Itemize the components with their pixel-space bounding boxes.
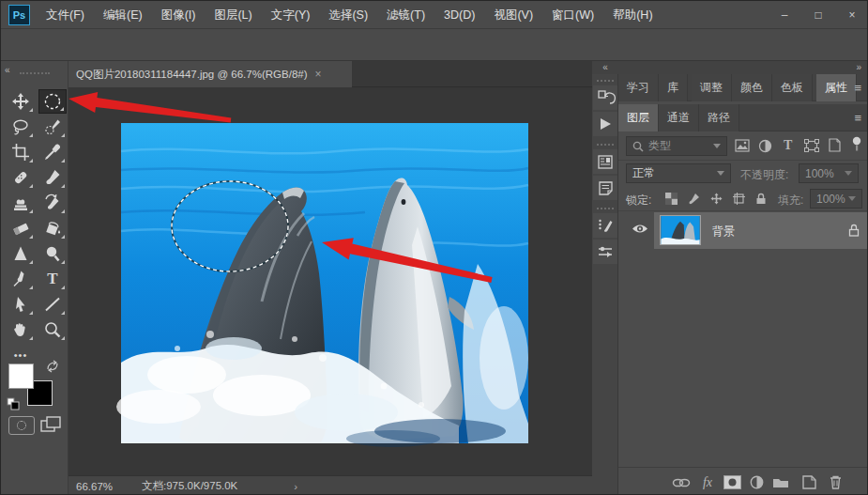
type-layer-filter-icon[interactable]: T [784, 138, 792, 153]
shape-layer-filter-icon[interactable] [804, 139, 819, 152]
clone-stamp-tool[interactable] [7, 191, 35, 215]
add-layer-mask-icon[interactable] [722, 473, 742, 491]
canvas-area[interactable] [69, 87, 592, 475]
lock-position-icon[interactable] [707, 190, 725, 207]
zoom-level[interactable]: 66.67% [69, 481, 142, 492]
panel-menu-icon[interactable]: ≡ [854, 81, 861, 95]
menu-help[interactable]: 帮助(H) [603, 1, 662, 29]
window-controls: – □ × [768, 1, 868, 29]
smart-object-filter-icon[interactable] [829, 138, 841, 152]
layer-filter-select[interactable]: 类型 [626, 136, 727, 156]
lock-transparency-icon[interactable] [662, 190, 680, 207]
brush-settings-panel-button[interactable] [593, 213, 617, 238]
tab-color[interactable]: 颜色 [732, 74, 772, 101]
menu-3d[interactable]: 3D(D) [434, 1, 484, 29]
swap-colors-icon[interactable] [46, 360, 61, 373]
quick-selection-tool[interactable] [38, 115, 67, 139]
lasso-tool[interactable] [7, 115, 35, 139]
zoom-tool[interactable] [38, 317, 67, 342]
pen-tool[interactable] [7, 267, 35, 291]
tab-properties[interactable]: 属性 [816, 74, 857, 101]
new-layer-icon[interactable] [799, 473, 819, 491]
path-selection-tool[interactable] [7, 292, 35, 317]
menu-filter[interactable]: 滤镜(T) [377, 1, 434, 29]
lock-pixels-icon[interactable] [684, 190, 703, 207]
eyedropper-tool[interactable] [38, 140, 67, 164]
opacity-select[interactable]: 100% [799, 163, 859, 183]
quick-mask-button[interactable] [8, 416, 35, 435]
notes-panel-button[interactable] [593, 176, 617, 200]
info-panel-button[interactable] [593, 149, 617, 174]
tab-layers[interactable]: 图层 [618, 104, 659, 131]
menu-edit[interactable]: 编辑(E) [94, 1, 152, 29]
paint-bucket-tool[interactable] [38, 216, 67, 240]
history-brush-tool[interactable] [38, 191, 67, 215]
adjustment-layer-filter-icon[interactable] [758, 139, 772, 153]
layer-row-background[interactable]: 背景 [654, 212, 868, 249]
tab-paths[interactable]: 路径 [699, 104, 739, 131]
crop-tool[interactable] [7, 140, 35, 164]
fill-select[interactable]: 100% [810, 189, 862, 209]
layer-style-icon[interactable]: fx [697, 473, 718, 491]
default-colors-icon[interactable] [7, 397, 21, 411]
clone-source-panel-button[interactable] [593, 240, 617, 264]
blend-mode-select[interactable]: 正常 [626, 163, 731, 183]
close-button[interactable]: × [835, 3, 868, 27]
menu-layer[interactable]: 图层(L) [205, 1, 261, 29]
layer-visibility-icon[interactable] [632, 223, 648, 238]
tab-close-icon[interactable]: × [315, 68, 322, 81]
eyedropper-icon [45, 150, 54, 160]
eraser-tool[interactable] [7, 216, 35, 240]
new-adjustment-layer-icon[interactable] [746, 473, 767, 491]
type-tool[interactable]: T [38, 267, 67, 291]
screen-mode-button[interactable] [40, 416, 63, 435]
elliptical-marquee-tool[interactable] [38, 89, 67, 114]
lock-artboard-icon[interactable] [729, 190, 748, 207]
layer-list: 背景 [618, 212, 868, 249]
delete-layer-icon[interactable] [825, 473, 845, 491]
panel-menu-icon[interactable]: ≡ [854, 111, 861, 125]
play-icon [599, 117, 612, 131]
collapse-dock-icon[interactable]: « [592, 61, 618, 74]
maximize-button[interactable]: □ [801, 3, 835, 27]
tab-libraries[interactable]: 库 [659, 74, 688, 101]
options-bar: 羽化: 0 像素 ✓ 消除锯齿 样式: 正常 宽度: ⇄ 高度: 选择并遮住 .… [1, 29, 868, 61]
new-group-icon[interactable] [770, 473, 791, 491]
menu-select[interactable]: 选择(S) [319, 1, 377, 29]
filter-toggle-icon[interactable] [851, 136, 862, 153]
history-panel-button[interactable] [593, 85, 617, 110]
toolbar-grip[interactable] [20, 72, 50, 74]
tab-learn[interactable]: 学习 [618, 74, 659, 101]
lock-all-icon[interactable] [752, 190, 770, 207]
menu-view[interactable]: 视图(V) [484, 1, 542, 29]
dodge-tool[interactable] [38, 241, 67, 266]
tab-channels[interactable]: 通道 [659, 104, 699, 131]
menu-window[interactable]: 窗口(W) [542, 1, 603, 29]
brush-settings-icon [598, 218, 613, 233]
layer-lock-icon[interactable] [848, 224, 860, 237]
pixel-layer-filter-icon[interactable] [735, 139, 750, 152]
menu-type[interactable]: 文字(Y) [262, 1, 320, 29]
color-swatches [7, 360, 63, 412]
sharpen-tool[interactable] [7, 241, 35, 266]
link-layers-icon[interactable] [671, 473, 692, 491]
status-more-icon[interactable]: › [294, 481, 297, 492]
hand-tool[interactable] [7, 317, 35, 342]
foreground-color-swatch[interactable] [8, 364, 34, 389]
collapse-dock-right-icon[interactable]: » [856, 61, 861, 73]
document-tab[interactable]: QQ图片20180311184447.jpg @ 66.7%(RGB/8#) × [69, 61, 352, 87]
tab-adjustments[interactable]: 调整 [692, 74, 732, 101]
panel-tabs-row1: 学习 库 调整 颜色 色板 属性 ≡ [618, 74, 868, 101]
collapse-toolbar-icon[interactable]: « [5, 65, 10, 75]
document-size-info: 文档:975.0K/975.0K [142, 479, 237, 493]
menu-image[interactable]: 图像(I) [152, 1, 206, 29]
menu-file[interactable]: 文件(F) [37, 1, 94, 29]
spot-healing-brush-tool[interactable] [7, 165, 35, 190]
line-tool[interactable] [38, 292, 67, 317]
actions-panel-button[interactable] [593, 112, 617, 136]
document-image[interactable] [121, 123, 528, 443]
move-tool[interactable] [7, 89, 35, 114]
brush-tool[interactable] [38, 165, 67, 190]
minimize-button[interactable]: – [768, 3, 801, 27]
tab-swatches[interactable]: 色板 [772, 74, 813, 101]
